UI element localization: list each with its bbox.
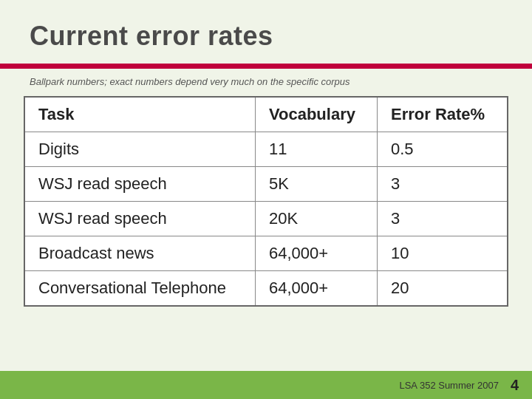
table-header-cell: Error Rate% [378,97,508,132]
table-cell: 3 [378,202,508,236]
title-area: Current error rates [0,0,532,58]
footer-label: LSA 352 Summer 2007 [399,380,498,391]
table-row: WSJ read speech20K3 [24,202,508,236]
table-cell: Conversational Telephone [24,271,255,307]
table-cell: WSJ read speech [24,167,255,202]
table-cell: 3 [378,167,508,202]
table-cell: 10 [378,236,508,271]
slide-title: Current error rates [30,21,502,52]
table-cell: 0.5 [378,132,508,167]
table-cell: 11 [255,132,377,167]
data-table: TaskVocabularyError Rate%Digits110.5WSJ … [24,96,508,307]
slide: Current error rates Ballpark numbers; ex… [0,0,532,399]
table-header-cell: Task [24,97,255,132]
table-cell: 64,000+ [255,271,377,307]
table-header-cell: Vocabulary [255,97,377,132]
table-row: WSJ read speech5K3 [24,167,508,202]
table-cell: 20 [378,271,508,307]
table-row: Digits110.5 [24,132,508,167]
table-row: Conversational Telephone64,000+20 [24,271,508,307]
table-cell: WSJ read speech [24,202,255,236]
table-cell: Broadcast news [24,236,255,271]
table-cell: 5K [255,167,377,202]
slide-subtitle: Ballpark numbers; exact numbers depend v… [0,69,532,96]
footer-page-number: 4 [511,377,519,394]
red-bar-divider [0,64,532,69]
table-cell: Digits [24,132,255,167]
table-container: TaskVocabularyError Rate%Digits110.5WSJ … [0,96,532,371]
footer: LSA 352 Summer 2007 4 [0,371,532,399]
table-cell: 20K [255,202,377,236]
table-cell: 64,000+ [255,236,377,271]
table-row: Broadcast news64,000+10 [24,236,508,271]
